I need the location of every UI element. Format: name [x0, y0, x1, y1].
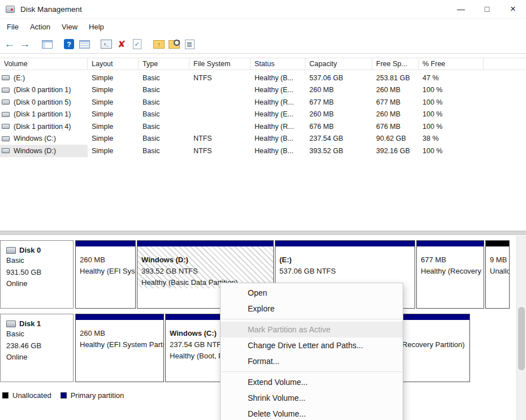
- cell-percent_free: 38 %: [419, 133, 484, 145]
- search-folder-icon[interactable]: [167, 37, 181, 51]
- menu-separator: [221, 371, 402, 372]
- cell-capacity: 677 MB: [305, 96, 372, 109]
- column-header-type[interactable]: Type: [139, 58, 189, 70]
- cell-file_system: NTFS: [189, 72, 251, 84]
- titlebar: Disk Management — □ ×: [0, 0, 526, 19]
- cell-status: Healthy (E...: [251, 109, 305, 121]
- help-icon[interactable]: [62, 37, 76, 51]
- column-header-free[interactable]: % Free: [419, 58, 484, 70]
- disk-size: 238.46 GB: [6, 340, 70, 352]
- validate-icon[interactable]: [130, 37, 144, 51]
- partition-body: 260 MBHealthy (EFI System Partition): [76, 246, 135, 277]
- unallocated-space[interactable]: 9 MBUnallocated: [485, 240, 510, 309]
- menu-item-help[interactable]: Help: [83, 20, 110, 33]
- disk-info-disk-1[interactable]: Disk 1Basic238.46 GBOnline: [0, 314, 74, 382]
- cell-free_space: 253.81 GB: [372, 72, 419, 84]
- volume-name: (Disk 1 partition 4): [14, 123, 71, 131]
- volume-icon: [2, 75, 10, 80]
- cell-volume: (Disk 0 partition 5): [0, 96, 88, 109]
- legend-swatch: [2, 392, 8, 399]
- disk-kind: Basic: [6, 328, 70, 340]
- disk-status: Online: [6, 352, 70, 363]
- disk-name-text: Disk 0: [19, 246, 41, 254]
- volume-list: VolumeLayoutTypeFile SystemStatusCapacit…: [0, 58, 526, 157]
- window-title: Disk Management: [20, 5, 82, 14]
- cell-capacity: 260 MB: [305, 109, 372, 121]
- volume-row-disk-1-partition-4[interactable]: (Disk 1 partition 4)SimpleBasicHealthy (…: [0, 120, 526, 133]
- cell-free_space: 677 MB: [372, 96, 419, 109]
- partition-260-mb[interactable]: 260 MBHealthy (EFI System Partition): [75, 314, 164, 382]
- cell-status: Healthy (B...: [251, 72, 305, 84]
- back-arrow-icon[interactable]: [3, 37, 16, 51]
- menu-item-explore[interactable]: Explore: [221, 301, 403, 317]
- partition-line: Unallocated: [490, 266, 505, 277]
- menu-item-view[interactable]: View: [56, 20, 83, 33]
- partition-color-bar: [137, 241, 273, 246]
- maximize-button[interactable]: □: [474, 0, 500, 18]
- disk-name-text: Disk 1: [19, 319, 41, 328]
- partition-body: Windows (D:)393.52 GB NTFSHealthy (Basic…: [137, 246, 273, 288]
- toolbar: [0, 35, 526, 54]
- scrollbar-thumb[interactable]: [518, 307, 525, 370]
- delete-icon[interactable]: [115, 37, 128, 51]
- pane-splitter[interactable]: [0, 231, 526, 235]
- column-header-volume[interactable]: Volume: [0, 58, 88, 70]
- cell-free_space: 90.62 GB: [372, 133, 419, 145]
- close-button[interactable]: ×: [500, 0, 526, 18]
- cell-status: Healthy (B...: [251, 145, 305, 157]
- command-window-icon[interactable]: [100, 37, 113, 51]
- volume-name: (Disk 1 partition 1): [14, 110, 71, 118]
- partition-677-mb[interactable]: 677 MBHealthy (Recovery Partition): [416, 240, 484, 309]
- legend-item-primary-partition: Primary partition: [61, 391, 124, 400]
- legend-swatch: [61, 392, 67, 399]
- disk-status: Online: [6, 278, 70, 289]
- minimize-button[interactable]: —: [448, 0, 474, 18]
- disk-icon: [6, 247, 16, 254]
- menu-item-file[interactable]: File: [1, 20, 24, 33]
- column-header-file-system[interactable]: File System: [189, 58, 251, 70]
- properties-icon[interactable]: [183, 37, 196, 51]
- cell-type: Basic: [139, 96, 189, 109]
- cell-status: Healthy (R...: [251, 96, 305, 109]
- volume-row-disk-1-partition-1[interactable]: (Disk 1 partition 1)SimpleBasicHealthy (…: [0, 109, 526, 121]
- cell-capacity: 393.52 GB: [305, 145, 372, 157]
- vertical-scrollbar[interactable]: [516, 236, 526, 420]
- cell-type: Basic: [139, 120, 189, 133]
- forward-arrow-icon[interactable]: [18, 37, 32, 51]
- cell-volume: (Disk 1 partition 4): [0, 120, 88, 133]
- open-folder-icon[interactable]: [152, 37, 166, 51]
- volume-row-disk-0-partition-5[interactable]: (Disk 0 partition 5)SimpleBasicHealthy (…: [0, 96, 526, 109]
- volume-row-e[interactable]: (E:)SimpleBasicNTFSHealthy (B...537.06 G…: [0, 72, 526, 84]
- window-controls: — □ ×: [448, 0, 526, 18]
- volume-icon: [2, 112, 10, 117]
- volume-row-disk-0-partition-1[interactable]: (Disk 0 partition 1)SimpleBasicHealthy (…: [0, 84, 526, 97]
- column-header-layout[interactable]: Layout: [88, 58, 139, 70]
- cell-percent_free: 100 %: [419, 96, 484, 109]
- volume-icon: [2, 99, 10, 105]
- disk-info-disk-0[interactable]: Disk 0Basic931.50 GBOnline: [0, 240, 74, 309]
- menu-separator: [221, 319, 402, 319]
- partition-body: 9 MBUnallocated: [486, 246, 509, 277]
- menu-item-format[interactable]: Format...: [221, 353, 403, 369]
- partition-body: 677 MBHealthy (Recovery Partition): [417, 246, 484, 277]
- disk-name: Disk 0: [6, 246, 70, 254]
- menu-item-delete-volume[interactable]: Delete Volume...: [221, 406, 403, 420]
- volume-row-windows-c[interactable]: Windows (C:)SimpleBasicNTFSHealthy (B...…: [0, 133, 526, 145]
- menu-item-change-drive-letter-and-paths[interactable]: Change Drive Letter and Paths...: [221, 337, 403, 353]
- toolbar-separator: [93, 37, 98, 51]
- export-list-icon[interactable]: [77, 37, 91, 51]
- menu-item-extend-volume[interactable]: Extend Volume...: [221, 374, 403, 390]
- partition-color-bar: [76, 314, 163, 320]
- column-header-status[interactable]: Status: [251, 58, 305, 70]
- partition-260-mb[interactable]: 260 MBHealthy (EFI System Partition): [75, 240, 136, 309]
- volume-name: (Disk 0 partition 5): [14, 98, 71, 106]
- console-tree-icon[interactable]: [40, 37, 54, 51]
- cell-status: Healthy (E...: [251, 84, 305, 97]
- menu-item-action[interactable]: Action: [24, 20, 56, 33]
- column-header-capacity[interactable]: Capacity: [305, 58, 372, 70]
- menu-item-open[interactable]: Open: [221, 285, 403, 301]
- cell-file_system: [189, 109, 251, 121]
- menu-item-shrink-volume[interactable]: Shrink Volume...: [221, 390, 403, 406]
- volume-row-windows-d[interactable]: Windows (D:)SimpleBasicNTFSHealthy (B...…: [0, 145, 526, 157]
- column-header-free-sp[interactable]: Free Sp...: [372, 58, 419, 70]
